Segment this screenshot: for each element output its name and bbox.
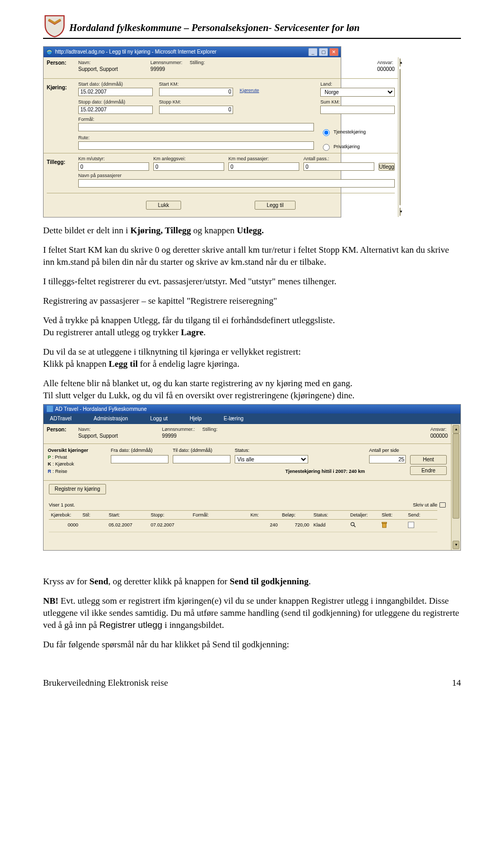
start-dato-label: Start dato: (ddmmåå) [78, 81, 153, 87]
ss2-titlebar: AD Travel - Hordaland Fylkeskommune [44, 405, 460, 414]
svg-point-2 [351, 522, 354, 525]
app-icon [47, 406, 53, 412]
start-km-label: Start KM: [159, 81, 234, 87]
km-utstyr-input[interactable] [78, 162, 149, 171]
vertical-scrollbar[interactable]: ▴ ▾ [398, 57, 398, 217]
km-utstyr-label: Km m/utstyr: [78, 156, 149, 162]
status-select[interactable]: Vis alle [235, 455, 308, 463]
ss2-scroll-thumb[interactable] [453, 433, 459, 519]
para-7: Alle feltene blir nå blanket ut, og du k… [43, 378, 461, 402]
close-button[interactable]: ✕ [329, 48, 339, 56]
stopp-dato-input[interactable] [78, 106, 153, 114]
hent-button[interactable]: Hent [410, 455, 447, 464]
td-slett[interactable] [380, 520, 406, 532]
skriv-ut-alle-link[interactable]: Skriv ut alle [413, 502, 446, 508]
legg-til-button[interactable]: Legg til [255, 201, 296, 210]
td-km: 240 [248, 520, 280, 532]
th-stopp: Stopp: [149, 510, 191, 520]
scroll-down-arrow[interactable]: ▾ [400, 208, 401, 216]
ss2-navn-label: Navn: [78, 426, 118, 432]
ss2-navn-value: Support, Support [78, 432, 118, 440]
ss2-person-row: Person: Navn:Support, Support Lønnsnumme… [44, 424, 451, 445]
printer-icon [439, 502, 446, 508]
rute-label: Rute: [78, 135, 314, 141]
menu-logout[interactable]: Logg ut [144, 414, 183, 424]
privatkjoring-radio[interactable]: Privatkjøring [320, 142, 395, 151]
km-pass-input[interactable] [228, 162, 299, 171]
td-kjorebok: 0000 [49, 520, 80, 532]
page-header: Hordaland fylkeskommune – Personalseksjo… [43, 15, 461, 39]
km-anlegg-input[interactable] [153, 162, 224, 171]
utlegg-button[interactable]: Utlegg [379, 163, 395, 171]
navn-pass-input[interactable] [78, 179, 395, 188]
start-dato-input[interactable] [78, 88, 153, 96]
ss2-scroll-up[interactable]: ▴ [453, 425, 459, 433]
dialog-button-row: Lukk Legg til [47, 193, 395, 215]
lukk-button[interactable]: Lukk [146, 201, 181, 210]
tjenestekjoring-radio[interactable]: Tjenestekjøring [320, 128, 395, 136]
ss2-ansvar-value: 000000 [430, 432, 448, 440]
start-km-input[interactable] [159, 88, 234, 96]
sum-km-input[interactable] [320, 106, 395, 114]
ss2-person-label: Person: [47, 426, 78, 440]
land-label: Land: [320, 81, 395, 87]
svg-rect-1 [47, 406, 53, 412]
lonnsnr-value: 99999 [151, 66, 183, 73]
stopp-km-label: Stopp KM: [159, 99, 234, 105]
person-row: Person: Navn:Support, Support Lønnsnumme… [44, 57, 398, 79]
para-1: Dette bildet er delt inn i Kjøring, Till… [43, 225, 461, 237]
antall-label: Antall per side [369, 447, 406, 453]
ss2-lonnsnr-value: 99999 [162, 432, 195, 440]
para-10: Du får følgende spørsmål når du har klik… [43, 639, 461, 651]
th-send: Send: [406, 510, 437, 520]
navn-value: Support, Support [78, 66, 118, 73]
maximize-button[interactable]: ▢ [319, 48, 328, 56]
scroll-up-arrow[interactable]: ▴ [400, 58, 401, 67]
ss2-scroll-down[interactable]: ▾ [453, 541, 459, 549]
svg-line-3 [354, 525, 355, 527]
legend-title: Oversikt kjøringer [48, 448, 88, 453]
td-stopp: 07.02.2007 [149, 520, 191, 532]
menu-help[interactable]: Hjelp [183, 414, 217, 424]
antall-pass-input[interactable] [303, 162, 374, 171]
th-stil: Stil: [80, 510, 107, 520]
menubar: ADTravel Administrasjon Logg ut Hjelp E-… [44, 414, 460, 424]
rute-input[interactable] [78, 141, 314, 150]
ss2-lonnsnr-label: Lønnsnummer.: [162, 426, 195, 432]
para-2: I feltet Start KM kan du skrive 0 og der… [43, 244, 461, 268]
tjenestekjoring-summary: Tjenestekjøring hittil i 2007: 240 km [235, 466, 365, 474]
kjoring-section: Kjøring: Start dato: (ddmmåå) Start KM: … [44, 79, 398, 153]
td-formal [191, 520, 248, 532]
lonnsnr-label: Lønnsnummer: [151, 59, 183, 66]
person-label: Person: [47, 59, 78, 73]
scroll-thumb[interactable] [400, 69, 401, 205]
minimize-button[interactable]: _ [308, 48, 318, 56]
td-detaljer[interactable] [348, 520, 380, 532]
fra-dato-input[interactable] [111, 455, 169, 463]
endre-button[interactable]: Endre [410, 466, 447, 476]
til-dato-input[interactable] [173, 455, 230, 463]
tjeneste-label: Tjenestekjøring [333, 129, 366, 135]
td-belop: 720,00 [280, 520, 311, 532]
formal-input[interactable] [78, 123, 314, 131]
land-select[interactable]: Norge [320, 88, 395, 97]
km-anlegg-label: Km anleggsvei: [153, 156, 224, 162]
dialog-legg-til-kjoring: http://adtravel.adg.no - Legg til ny kjø… [43, 46, 341, 218]
ss2-stilling-label: Stilling: [202, 426, 217, 432]
send-checkbox[interactable] [408, 522, 414, 528]
menu-adtravel[interactable]: ADTravel [44, 414, 87, 424]
ansvar-label: Ansvar: [377, 59, 395, 66]
th-formal: Formål: [191, 510, 248, 520]
ss2-vertical-scrollbar[interactable]: ▴ ▾ [451, 424, 460, 551]
stopp-km-input[interactable] [159, 106, 234, 114]
td-status: Kladd [311, 520, 348, 532]
antall-input[interactable] [369, 455, 406, 463]
menu-elearning[interactable]: E-læring [217, 414, 259, 424]
para-8: Kryss av for Send, og deretter klikk på … [43, 576, 461, 588]
td-send[interactable] [406, 520, 437, 532]
kjorerute-link[interactable]: Kjørerute [239, 87, 314, 94]
menu-admin[interactable]: Administrasjon [87, 414, 144, 424]
navn-pass-label: Navn på passasjerer [78, 172, 395, 179]
para-9: NB! Evt. utlegg som er registrert ifm kj… [43, 595, 461, 632]
registrer-ny-kjoring-button[interactable]: Registrer ny kjøring [49, 484, 106, 494]
